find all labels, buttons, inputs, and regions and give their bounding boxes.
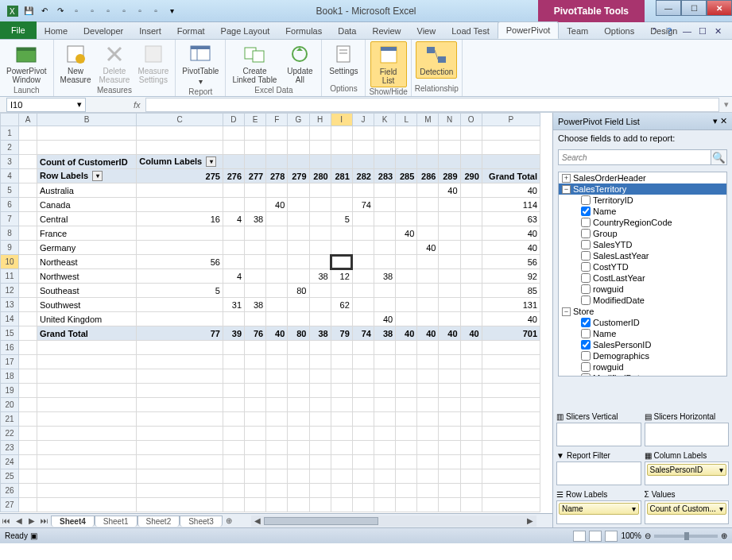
field-costytd[interactable]: CostYTD [559,261,726,272]
zoom-level[interactable]: 100% [621,531,641,540]
table-row[interactable]: 13Southwest313862131 [1,298,540,312]
tab-pagelayout[interactable]: Page Layout [213,23,278,39]
table-row[interactable]: 9Germany4040 [1,241,540,255]
sheet-tab-sheet4[interactable]: Sheet4 [51,516,95,527]
field-list-button[interactable]: Field List [370,41,407,87]
field-rowguid[interactable]: rowguid [559,361,726,373]
field-costlastyear[interactable]: CostLastYear [559,272,726,284]
detection-button[interactable]: Detection [416,41,457,79]
field-saleslastyear[interactable]: SalesLastYear [559,250,726,261]
col-H[interactable]: H [309,114,331,126]
qat-item-5[interactable]: ▫ [134,5,146,17]
col-G[interactable]: G [288,114,309,126]
field-list-dropdown-icon[interactable]: ▾ [713,116,718,126]
table-row[interactable]: 2 [1,141,540,155]
create-linked-table-button[interactable]: Create Linked Table [229,41,280,86]
zoom-slider[interactable] [654,535,718,538]
maximize-button[interactable]: ☐ [681,0,707,16]
field-checkbox[interactable] [581,251,591,261]
field-name[interactable]: Name [559,206,726,217]
field-checkbox[interactable] [581,207,591,216]
table-row[interactable]: 27 [1,498,540,512]
worksheet-grid[interactable]: A B C D E F G H I J K L M N O P 1 [0,113,540,512]
row-header[interactable]: 13 [1,298,19,312]
field-modifieddate[interactable]: ModifiedDate [559,295,726,306]
row-header[interactable]: 10 [1,255,19,269]
table-row[interactable]: 23 [1,441,540,455]
row-header[interactable]: 24 [1,455,19,469]
tab-review[interactable]: Review [364,23,409,39]
slicers-vertical-area[interactable] [556,423,641,446]
table-row[interactable]: 1 [1,126,540,141]
col-B[interactable]: B [37,114,136,126]
search-icon[interactable]: 🔍 [711,150,726,164]
field-checkbox[interactable] [581,329,591,338]
field-group[interactable]: Group [559,228,726,239]
field-checkbox[interactable] [581,229,591,238]
field-checkbox[interactable] [581,240,591,249]
powerpivot-window-button[interactable]: PowerPivot Window [3,41,50,86]
table-row[interactable]: 7Central16438563 [1,212,540,226]
sheet-tab-sheet3[interactable]: Sheet3 [180,516,223,527]
table-row[interactable]: 3Count of CustomerIDColumn Labels ▾ [1,155,540,169]
settings-button[interactable]: Settings [325,41,362,77]
save-icon[interactable]: 💾 [22,5,35,17]
table-row[interactable]: 8France4040 [1,226,540,241]
sheet-nav-next[interactable]: ▶ [25,516,38,525]
row-header[interactable]: 15 [1,326,19,341]
qat-item-3[interactable]: ▫ [102,5,114,17]
field-checkbox[interactable] [581,373,591,377]
tab-home[interactable]: Home [37,23,76,39]
row-header[interactable]: 7 [1,212,19,226]
redo-icon[interactable]: ↷ [54,5,67,17]
row-header[interactable]: 26 [1,484,19,498]
table-row[interactable]: 18 [1,369,540,384]
row-header[interactable]: 5 [1,183,19,198]
table-row[interactable]: 15Grand Total773976408038797438404040407… [1,326,540,341]
table-row[interactable]: 6Canada4074114 [1,198,540,212]
field-rowguid[interactable]: rowguid [559,284,726,295]
expand-icon[interactable]: + [562,174,571,183]
collapse-icon[interactable]: − [562,307,571,316]
col-D[interactable]: D [223,114,244,126]
row-header[interactable]: 9 [1,241,19,255]
table-row[interactable]: 20 [1,398,540,412]
row-header[interactable]: 18 [1,369,19,384]
sheet-tab-sheet1[interactable]: Sheet1 [95,516,137,527]
row-header[interactable]: 21 [1,412,19,427]
row-header[interactable]: 6 [1,198,19,212]
col-L[interactable]: L [396,114,417,126]
sheet-nav-first[interactable]: ⏮ [0,516,13,525]
col-M[interactable]: M [417,114,439,126]
col-E[interactable]: E [245,114,266,126]
tab-loadtest[interactable]: Load Test [443,23,498,39]
col-P[interactable]: P [482,114,540,126]
normal-view-icon[interactable] [573,531,586,542]
row-chip[interactable]: Name▾ [559,503,639,515]
slicers-horizontal-area[interactable] [645,423,730,446]
table-row[interactable]: 19 [1,384,540,398]
pagelayout-view-icon[interactable] [589,531,602,542]
field-name[interactable]: Name [559,328,726,339]
column-chip[interactable]: SalesPersonID▾ [647,464,727,476]
values-chip[interactable]: Count of Custom...▾ [647,503,727,515]
col-J[interactable]: J [352,114,374,126]
field-checkbox[interactable] [581,340,591,350]
tab-team[interactable]: Team [559,23,596,39]
undo-icon[interactable]: ↶ [38,5,51,17]
row-labels-area[interactable]: Name▾ [556,500,641,524]
new-measure-button[interactable]: New Measure [57,41,95,86]
tab-powerpivot[interactable]: PowerPivot [498,21,560,39]
field-checkbox[interactable] [581,295,591,305]
formula-expand-icon[interactable]: ▾ [724,99,729,110]
col-C[interactable]: C [137,114,223,126]
field-checkbox[interactable] [581,318,591,327]
table-store[interactable]: −Store [559,306,726,317]
sheet-tab-sheet2[interactable]: Sheet2 [137,516,180,527]
tab-view[interactable]: View [409,23,444,39]
tab-formulas[interactable]: Formulas [277,23,330,39]
pagebreak-view-icon[interactable] [605,531,618,542]
doc-close-icon[interactable]: ✕ [715,26,727,39]
table-row[interactable]: 12Southeast58085 [1,284,540,298]
table-row[interactable]: 22 [1,427,540,441]
